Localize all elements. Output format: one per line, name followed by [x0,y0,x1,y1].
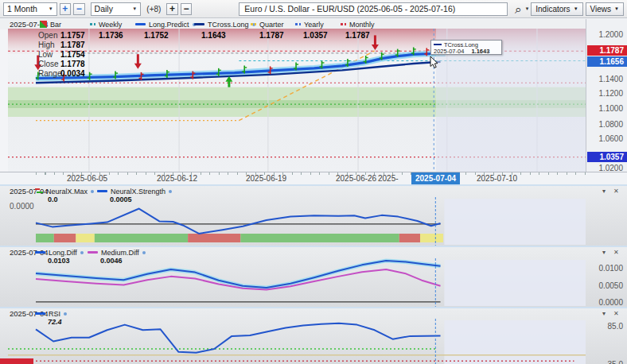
main-price-chart-panel: 2025-07-04 BarWeeklyLong.PredictTCross.L… [0,18,627,184]
legend-label: Weekly [99,21,122,29]
info-icon[interactable] [142,251,146,254]
bar-offset-label: (+8) [146,5,161,14]
dots-red-icon [341,23,346,25]
price-axis-label: 1.1000 [586,104,623,113]
time-axis-date: 2025-06-05 [67,174,107,183]
search-chevron-down-icon[interactable]: ▾ [526,6,529,12]
main-legend-weekly[interactable]: Weekly [90,20,122,29]
period-decrease-button[interactable]: − [73,3,84,15]
time-axis-date: 2025-06-26 [336,174,376,183]
main-legend-bar[interactable]: Bar [40,20,61,29]
toolbar: 1 Month ▼ + − Daily ▼ (+8) + − Euro / U.… [0,0,627,18]
chevron-down-icon: ▼ [132,6,137,11]
panel-diff-header: 2025-07-04Long.DiffMedium.Diff [0,247,627,258]
views-button[interactable]: Views ▼ [586,2,624,16]
panel-left-axis-label: 0.0000 [10,202,34,211]
legend-label: Medium.Diff [101,249,139,257]
legend-label: RSI [49,310,60,318]
symbol-title-box[interactable]: Euro / U.S. Dollar - EUR/USD (2025-06-05… [239,2,508,16]
nx-legend-neuralx-max[interactable]: NeuralX.Max [35,187,94,196]
dots-blue-icon [295,23,301,25]
close-panel-button[interactable]: ✕ [613,310,619,317]
time-axis[interactable]: 2025-06-052025-06-122025-06-192025-06-26… [0,172,627,184]
close-panel-button[interactable]: ✕ [613,188,619,195]
tooltip-date: 2025-07-04 [434,48,464,55]
offset-increase-button[interactable]: + [166,3,177,15]
main-legend-long-predict[interactable]: Long.Predict [135,20,196,29]
legend-value-medium.diff: 0.0046 [100,257,123,265]
dash-blue-icon [35,312,45,315]
indicators-button-label: Indicators [535,5,570,14]
time-axis-date: 2025-07-10 [477,174,517,183]
diff-legend-long-diff[interactable]: Long.Diff [35,248,84,257]
info-icon[interactable] [80,251,84,254]
price-axis-label: 1.0600 [586,134,623,143]
mouse-cursor-icon [430,56,439,69]
panel-rsi-header: 2025-07-04RSI [0,308,627,319]
panel-right-axis-label: 0.0050 [586,281,623,290]
search-icon[interactable]: ⌕ [515,3,521,15]
legend-label: Quarter [259,21,284,29]
diff-chart-canvas[interactable] [8,258,586,308]
main-legend-monthly[interactable]: Monthly [341,20,375,29]
info-icon[interactable] [169,190,172,193]
period-increase-button[interactable]: + [60,3,71,15]
neuralx-chart-canvas[interactable] [8,197,586,246]
rsi-lower-bound-badge [0,358,33,364]
main-legend-tcross-long[interactable]: TCross.Long [194,20,255,29]
price-badge: 1.1787 [587,45,627,56]
dots-yellow-icon [251,23,256,25]
indicators-button[interactable]: Indicators ▼ [531,2,582,16]
price-axis-label: 1.0800 [586,120,623,129]
legend-label: Long.Diff [49,249,77,257]
panel-right-axis-label: 0.0100 [586,264,623,273]
nx-legend-neuralx-strength[interactable]: NeuralX.Strength [97,187,172,196]
diff-legend-medium-diff[interactable]: Medium.Diff [88,248,146,257]
panel-neuralx: 2025-07-04NeuralX.MaxNeuralX.Strength 0.… [0,184,627,246]
interval-select[interactable]: Daily ▼ [91,2,142,16]
price-badge: 1.1656 [587,56,627,67]
charting-app-window: 1 Month ▼ + − Daily ▼ (+8) + − Euro / U.… [0,0,627,364]
info-icon[interactable] [64,312,67,316]
legend-label: Long.Predict [149,21,189,29]
collapse-panel-button[interactable]: ▾ [602,188,606,195]
rsi-legend-rsi[interactable]: RSI [35,309,67,318]
chevron-down-icon: ▼ [574,6,578,11]
main-legend-quarter[interactable]: Quarter [251,20,284,29]
legend-label: NeuralX.Strength [111,188,166,196]
legend-label: Yearly [304,21,324,29]
legend-label: Bar [50,21,61,29]
panel-right-axis-label: 0.0000 [586,298,623,307]
collapse-panel-button[interactable]: ▾ [602,310,606,317]
crosshair-tooltip: TCross.Long 2025-07-04 1.1643 [430,40,502,55]
legend-value-neuralx.strength: 0.0005 [110,196,132,203]
info-icon[interactable] [91,190,94,193]
legend-value-rsi: 72.4 [48,318,62,326]
panel-rsi: 2025-07-04RSI 72.485.035.0▾✕ [0,307,627,364]
close-panel-button[interactable]: ✕ [613,249,619,256]
time-axis-date: 2025- [378,174,399,183]
price-axis-label: 1.1200 [586,89,623,98]
legend-label: NeuralX.Max [46,188,88,196]
dash-blue-icon [135,23,146,25]
rsi-chart-canvas[interactable] [8,319,586,364]
period-select-value: 1 Month [7,4,37,14]
dash-magenta-icon [88,251,98,254]
collapse-panel-button[interactable]: ▾ [602,249,606,256]
offset-decrease-button[interactable]: − [181,3,192,15]
dots-teal-icon [90,23,95,25]
legend-value-long.diff: 0.0103 [48,257,70,265]
panel-right-axis-label: 35.0 [586,360,623,364]
time-axis-date: 2025-06-19 [246,174,286,183]
tooltip-value: 1.1643 [471,48,489,55]
dash-navy-icon [434,44,442,46]
price-badge: 1.0357 [587,152,627,162]
dash-blue-icon [97,190,107,192]
period-select[interactable]: 1 Month ▼ [3,2,57,16]
dash-blue-icon [35,251,45,254]
legend-label: TCross.Long [208,21,249,29]
legend-label: Monthly [349,21,375,29]
views-button-label: Views [590,5,612,14]
price-axis[interactable]: 1.20001.14001.12001.10001.08001.06001.02… [586,19,627,172]
main-legend-yearly[interactable]: Yearly [295,20,324,29]
